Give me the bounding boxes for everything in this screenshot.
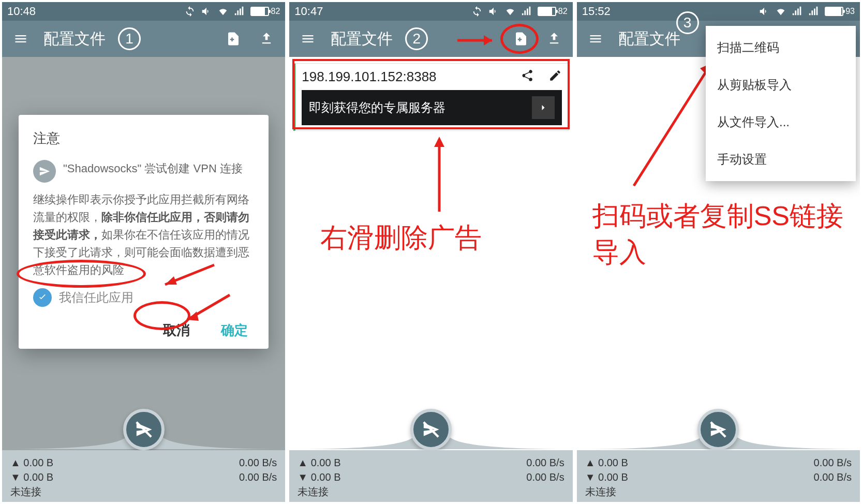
up-rate: 0.00 B/s	[239, 455, 277, 470]
status-right: 82	[184, 6, 280, 17]
down-bytes: 0.00 B	[311, 471, 341, 483]
signal2-icon	[808, 6, 820, 17]
down-rate: 0.00 B/s	[814, 470, 852, 484]
menu-scan-qr[interactable]: 扫描二维码	[706, 29, 856, 66]
signal-icon	[234, 6, 245, 17]
dialog-body: 继续操作即表示你授予此应用拦截所有网络流量的权限，除非你信任此应用，否则请勿接受…	[33, 191, 254, 279]
ad-text: 即刻获得您的专属服务器	[309, 99, 445, 116]
edit-icon[interactable]	[548, 69, 562, 84]
svg-line-10	[634, 63, 711, 186]
import-dropdown: 扫描二维码 从剪贴板导入 从文件导入... 手动设置	[706, 26, 856, 181]
volume-icon	[201, 6, 212, 17]
cancel-button[interactable]: 取消	[163, 321, 190, 339]
step-badge-1: 1	[118, 27, 141, 50]
connection-status: 未连接	[585, 485, 616, 499]
app-bar: 配置文件 2	[289, 21, 572, 57]
annotation-arrow-card	[429, 131, 450, 214]
wifi-icon	[775, 6, 786, 17]
upload-button[interactable]	[256, 28, 277, 49]
battery-indicator: 82	[538, 7, 568, 16]
trust-label: 我信任此应用	[59, 289, 133, 306]
app-title: 配置文件	[43, 28, 106, 50]
annotation-text-swipe: 右滑删除广告	[320, 219, 482, 256]
status-bar: 10:47 82	[289, 2, 572, 21]
connection-status: 未连接	[10, 485, 41, 499]
menu-button[interactable]	[10, 28, 31, 49]
wifi-icon	[504, 6, 516, 17]
battery-indicator: 82	[250, 7, 280, 16]
ok-button[interactable]: 确定	[221, 321, 248, 339]
status-time: 10:47	[294, 5, 323, 18]
connection-status: 未连接	[298, 485, 329, 499]
upload-button[interactable]	[544, 28, 564, 49]
footer: ▲ 0.00 B ▼ 0.00 B 0.00 B/s 0.00 B/s 未连接	[289, 419, 572, 502]
status-bar: 10:48 82	[2, 2, 285, 21]
stats-bar: ▲ 0.00 B ▼ 0.00 B 0.00 B/s 0.00 B/s 未连接	[2, 450, 285, 502]
app-avatar-icon	[33, 160, 56, 183]
status-right: 82	[471, 6, 568, 17]
stats-bar: ▲ 0.00 B ▼ 0.00 B 0.00 B/s 0.00 B/s 未连接	[289, 450, 572, 502]
ad-next-icon[interactable]	[532, 96, 555, 119]
sync-icon	[184, 6, 196, 17]
server-profile-card[interactable]: 198.199.101.152:8388 即刻获得您的专属服务器	[293, 63, 568, 131]
step-badge-3: 3	[676, 11, 699, 34]
battery-text: 82	[271, 7, 280, 16]
screenshot-2: 10:47 82 配置文件 2 198.199.101	[289, 2, 572, 502]
wifi-icon	[217, 6, 229, 17]
add-profile-button[interactable]	[511, 28, 531, 49]
dialog-title: 注意	[33, 129, 254, 147]
trust-checkbox[interactable]	[33, 288, 52, 307]
status-time: 10:48	[7, 5, 36, 18]
connect-fab[interactable]	[410, 409, 452, 450]
menu-button[interactable]	[585, 28, 606, 49]
volume-icon	[759, 6, 770, 17]
sync-icon	[471, 6, 483, 17]
signal-icon	[521, 6, 532, 17]
volume-icon	[488, 6, 499, 17]
app-title: 配置文件	[618, 28, 680, 50]
status-right: 93	[759, 6, 855, 17]
add-profile-button[interactable]	[223, 28, 244, 49]
stats-bar: ▲ 0.00 B ▼ 0.00 B 0.00 B/s 0.00 B/s 未连接	[577, 450, 860, 502]
connect-fab[interactable]	[697, 409, 739, 450]
footer: ▲ 0.00 B ▼ 0.00 B 0.00 B/s 0.00 B/s 未连接	[577, 419, 860, 502]
share-icon[interactable]	[521, 69, 534, 84]
menu-import-clipboard[interactable]: 从剪贴板导入	[706, 66, 856, 103]
up-rate: 0.00 B/s	[814, 455, 852, 470]
battery-text: 93	[845, 7, 855, 16]
screenshot-3: 15:52 93 配置文件 3 扫描二维码 从剪贴板导入 从文件导入... 手动…	[577, 2, 860, 502]
status-time: 15:52	[582, 5, 611, 18]
down-rate: 0.00 B/s	[526, 470, 564, 484]
down-rate: 0.00 B/s	[239, 470, 277, 484]
menu-button[interactable]	[298, 28, 318, 49]
up-bytes: 0.00 B	[598, 457, 628, 468]
vpn-permission-dialog: 注意 "Shadowsocks" 尝试创建 VPN 连接 继续操作即表示你授予此…	[19, 115, 269, 349]
connect-fab[interactable]	[123, 409, 165, 450]
menu-manual-config[interactable]: 手动设置	[706, 141, 856, 178]
down-bytes: 0.00 B	[23, 471, 53, 483]
ad-banner[interactable]: 即刻获得您的专属服务器	[302, 90, 561, 125]
svg-marker-8	[434, 137, 444, 147]
status-bar: 15:52 93	[577, 2, 860, 21]
screenshot-1: 10:48 82 配置文件 1 注意	[2, 2, 285, 502]
app-bar: 配置文件 1	[2, 21, 285, 57]
battery-indicator: 93	[825, 7, 855, 16]
annotation-text-import: 扫码或者复制SS链接导入	[592, 198, 846, 270]
menu-import-file[interactable]: 从文件导入...	[706, 103, 856, 141]
down-bytes: 0.00 B	[598, 471, 628, 483]
battery-text: 82	[558, 7, 568, 16]
up-rate: 0.00 B/s	[526, 455, 564, 470]
footer: ▲ 0.00 B ▼ 0.00 B 0.00 B/s 0.00 B/s 未连接	[2, 419, 285, 502]
step-badge-2: 2	[405, 27, 428, 50]
app-title: 配置文件	[331, 28, 393, 50]
signal-icon	[792, 6, 803, 17]
dialog-line1: "Shadowsocks" 尝试创建 VPN 连接	[63, 160, 243, 177]
up-bytes: 0.00 B	[311, 457, 341, 468]
up-bytes: 0.00 B	[23, 457, 53, 468]
